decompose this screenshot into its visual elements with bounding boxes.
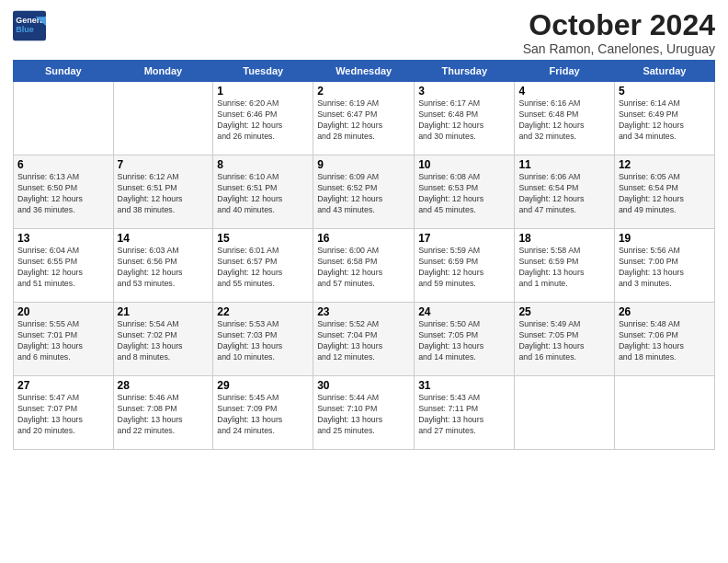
day-number: 2 (317, 85, 410, 98)
calendar-cell: 29Sunrise: 5:45 AM Sunset: 7:09 PM Dayli… (213, 376, 313, 450)
day-number: 24 (418, 305, 510, 318)
calendar-week-2: 6Sunrise: 6:13 AM Sunset: 6:50 PM Daylig… (14, 155, 715, 229)
logo-icon: General Blue (13, 9, 46, 42)
calendar-table: SundayMondayTuesdayWednesdayThursdayFrid… (13, 60, 715, 450)
weekday-header-sunday: Sunday (14, 61, 114, 82)
calendar-cell: 26Sunrise: 5:48 AM Sunset: 7:06 PM Dayli… (614, 303, 714, 376)
month-title: October 2024 (523, 9, 715, 41)
day-number: 23 (317, 305, 410, 318)
day-number: 20 (17, 305, 109, 318)
cell-content: Sunrise: 5:59 AM Sunset: 6:59 PM Dayligh… (418, 246, 510, 290)
day-number: 27 (17, 379, 109, 392)
title-block: October 2024 San Ramon, Canelones, Urugu… (523, 9, 715, 56)
cell-content: Sunrise: 6:05 AM Sunset: 6:54 PM Dayligh… (619, 172, 711, 216)
cell-content: Sunrise: 6:17 AM Sunset: 6:48 PM Dayligh… (418, 98, 510, 143)
day-number: 13 (17, 232, 109, 245)
calendar-cell: 22Sunrise: 5:53 AM Sunset: 7:03 PM Dayli… (213, 303, 313, 376)
calendar-cell: 9Sunrise: 6:09 AM Sunset: 6:52 PM Daylig… (313, 155, 415, 229)
calendar-cell: 16Sunrise: 6:00 AM Sunset: 6:58 PM Dayli… (313, 229, 415, 303)
calendar-cell: 31Sunrise: 5:43 AM Sunset: 7:11 PM Dayli… (415, 376, 515, 450)
day-number: 25 (518, 305, 610, 318)
calendar-cell: 11Sunrise: 6:06 AM Sunset: 6:54 PM Dayli… (515, 155, 615, 229)
cell-content: Sunrise: 5:44 AM Sunset: 7:10 PM Dayligh… (317, 393, 410, 437)
day-number: 14 (118, 232, 210, 245)
day-number: 22 (217, 305, 309, 318)
day-number: 19 (619, 232, 711, 245)
day-number: 12 (619, 158, 711, 171)
day-number: 15 (217, 232, 309, 245)
page: General Blue October 2024 San Ramon, Can… (0, 0, 728, 457)
cell-content: Sunrise: 6:16 AM Sunset: 6:48 PM Dayligh… (518, 98, 610, 143)
calendar-cell: 5Sunrise: 6:14 AM Sunset: 6:49 PM Daylig… (614, 82, 714, 155)
day-number: 4 (518, 85, 610, 98)
calendar-cell (614, 376, 714, 450)
cell-content: Sunrise: 6:20 AM Sunset: 6:46 PM Dayligh… (217, 98, 309, 143)
cell-content: Sunrise: 5:47 AM Sunset: 7:07 PM Dayligh… (17, 393, 109, 437)
calendar-cell (14, 82, 114, 155)
day-number: 10 (418, 158, 510, 171)
calendar-week-4: 20Sunrise: 5:55 AM Sunset: 7:01 PM Dayli… (14, 303, 715, 376)
cell-content: Sunrise: 5:48 AM Sunset: 7:06 PM Dayligh… (619, 319, 711, 363)
cell-content: Sunrise: 5:50 AM Sunset: 7:05 PM Dayligh… (418, 319, 510, 363)
weekday-header-wednesday: Wednesday (313, 61, 415, 82)
cell-content: Sunrise: 6:13 AM Sunset: 6:50 PM Dayligh… (17, 172, 109, 216)
calendar-cell: 30Sunrise: 5:44 AM Sunset: 7:10 PM Dayli… (313, 376, 415, 450)
day-number: 11 (518, 158, 610, 171)
location: San Ramon, Canelones, Uruguay (523, 41, 715, 56)
calendar-cell: 7Sunrise: 6:12 AM Sunset: 6:51 PM Daylig… (113, 155, 213, 229)
cell-content: Sunrise: 6:00 AM Sunset: 6:58 PM Dayligh… (317, 246, 410, 290)
logo: General Blue (13, 9, 50, 42)
day-number: 5 (619, 85, 711, 98)
cell-content: Sunrise: 5:55 AM Sunset: 7:01 PM Dayligh… (17, 319, 109, 363)
weekday-header-row: SundayMondayTuesdayWednesdayThursdayFrid… (14, 61, 715, 82)
calendar-cell: 8Sunrise: 6:10 AM Sunset: 6:51 PM Daylig… (213, 155, 313, 229)
header: General Blue October 2024 San Ramon, Can… (13, 9, 715, 56)
calendar-cell (515, 376, 615, 450)
cell-content: Sunrise: 6:10 AM Sunset: 6:51 PM Dayligh… (217, 172, 309, 216)
cell-content: Sunrise: 5:52 AM Sunset: 7:04 PM Dayligh… (317, 319, 410, 363)
cell-content: Sunrise: 6:01 AM Sunset: 6:57 PM Dayligh… (217, 246, 309, 290)
calendar-cell: 3Sunrise: 6:17 AM Sunset: 6:48 PM Daylig… (415, 82, 515, 155)
calendar-cell: 14Sunrise: 6:03 AM Sunset: 6:56 PM Dayli… (113, 229, 213, 303)
cell-content: Sunrise: 6:14 AM Sunset: 6:49 PM Dayligh… (619, 98, 711, 143)
day-number: 28 (118, 379, 210, 392)
calendar-week-5: 27Sunrise: 5:47 AM Sunset: 7:07 PM Dayli… (14, 376, 715, 450)
day-number: 3 (418, 85, 510, 98)
day-number: 16 (317, 232, 410, 245)
calendar-cell: 12Sunrise: 6:05 AM Sunset: 6:54 PM Dayli… (614, 155, 714, 229)
weekday-header-tuesday: Tuesday (213, 61, 313, 82)
cell-content: Sunrise: 5:43 AM Sunset: 7:11 PM Dayligh… (418, 393, 510, 437)
day-number: 9 (317, 158, 410, 171)
weekday-header-saturday: Saturday (614, 61, 714, 82)
calendar-cell: 25Sunrise: 5:49 AM Sunset: 7:05 PM Dayli… (515, 303, 615, 376)
cell-content: Sunrise: 6:09 AM Sunset: 6:52 PM Dayligh… (317, 172, 410, 216)
day-number: 26 (619, 305, 711, 318)
day-number: 8 (217, 158, 309, 171)
cell-content: Sunrise: 6:06 AM Sunset: 6:54 PM Dayligh… (518, 172, 610, 216)
cell-content: Sunrise: 6:03 AM Sunset: 6:56 PM Dayligh… (118, 246, 210, 290)
calendar-cell: 19Sunrise: 5:56 AM Sunset: 7:00 PM Dayli… (614, 229, 714, 303)
cell-content: Sunrise: 5:49 AM Sunset: 7:05 PM Dayligh… (518, 319, 610, 363)
day-number: 29 (217, 379, 309, 392)
calendar-cell: 27Sunrise: 5:47 AM Sunset: 7:07 PM Dayli… (14, 376, 114, 450)
day-number: 7 (118, 158, 210, 171)
calendar-cell: 6Sunrise: 6:13 AM Sunset: 6:50 PM Daylig… (14, 155, 114, 229)
calendar-cell: 18Sunrise: 5:58 AM Sunset: 6:59 PM Dayli… (515, 229, 615, 303)
cell-content: Sunrise: 5:46 AM Sunset: 7:08 PM Dayligh… (118, 393, 210, 437)
calendar-cell: 15Sunrise: 6:01 AM Sunset: 6:57 PM Dayli… (213, 229, 313, 303)
day-number: 18 (518, 232, 610, 245)
day-number: 30 (317, 379, 410, 392)
cell-content: Sunrise: 5:53 AM Sunset: 7:03 PM Dayligh… (217, 319, 309, 363)
calendar-week-1: 1Sunrise: 6:20 AM Sunset: 6:46 PM Daylig… (14, 82, 715, 155)
calendar-cell (113, 82, 213, 155)
calendar-cell: 10Sunrise: 6:08 AM Sunset: 6:53 PM Dayli… (415, 155, 515, 229)
calendar-cell: 17Sunrise: 5:59 AM Sunset: 6:59 PM Dayli… (415, 229, 515, 303)
calendar-cell: 13Sunrise: 6:04 AM Sunset: 6:55 PM Dayli… (14, 229, 114, 303)
cell-content: Sunrise: 6:04 AM Sunset: 6:55 PM Dayligh… (17, 246, 109, 290)
weekday-header-monday: Monday (113, 61, 213, 82)
cell-content: Sunrise: 6:19 AM Sunset: 6:47 PM Dayligh… (317, 98, 410, 143)
calendar-cell: 21Sunrise: 5:54 AM Sunset: 7:02 PM Dayli… (113, 303, 213, 376)
cell-content: Sunrise: 5:56 AM Sunset: 7:00 PM Dayligh… (619, 246, 711, 290)
calendar-cell: 1Sunrise: 6:20 AM Sunset: 6:46 PM Daylig… (213, 82, 313, 155)
calendar-week-3: 13Sunrise: 6:04 AM Sunset: 6:55 PM Dayli… (14, 229, 715, 303)
